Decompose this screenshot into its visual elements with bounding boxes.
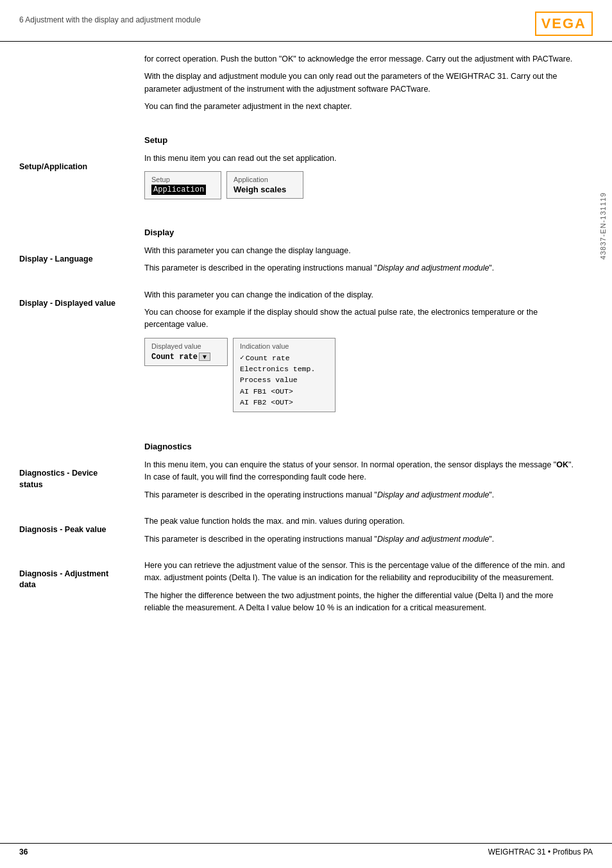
display-language-row: Display - Language With this parameter y… [0, 242, 612, 280]
diagnosis-adj-content: Here you can retrieve the adjustment val… [144, 560, 574, 620]
setup-widget-left-title: Setup [151, 176, 214, 183]
diagnosis-adj-text2: The higher the difference between the tw… [144, 590, 574, 615]
display-displayed-content: With this parameter you can change the i… [144, 289, 574, 422]
page-footer: 36 WEIGHTRAC 31 • Profibus PA [0, 843, 612, 856]
display-displayed-text2: You can choose for example if the displa… [144, 306, 574, 331]
display-heading-row: Display [0, 211, 612, 237]
diagnosis-adj-label-text: Diagnosis - Adjustmentdata [19, 569, 108, 590]
intro-para-1: for correct operation. Push the button "… [144, 53, 574, 65]
diagnosis-peak-italic: Display and adjustment module [377, 535, 489, 544]
setup-application-label: Setup/Application [19, 162, 138, 173]
intro-para-2: With the display and adjustment module y… [144, 71, 574, 96]
ok-bold: OK [556, 460, 568, 469]
display-language-italic: Display and adjustment module [377, 263, 489, 272]
dv-dropdown-arrow[interactable]: ▼ [199, 353, 210, 361]
setup-application-content: In this menu item you can read out the s… [144, 153, 574, 208]
display-language-text2: This parameter is described in the opera… [144, 262, 574, 274]
diagnostics-device-row: Diagnostics - Devicestatus In this menu … [0, 456, 612, 506]
page-container: 6 Adjustment with the display and adjust… [0, 0, 612, 868]
diagnostics-device-text1: In this menu item, you can enquire the s… [144, 459, 574, 484]
footer-product: WEIGHTRAC 31 • Profibus PA [488, 847, 593, 856]
setup-widget-left-item: Application [151, 185, 206, 195]
diagnosis-peak-text2: This parameter is described in the opera… [144, 533, 574, 546]
diagnosis-peak-content: The peak value function holds the max. a… [144, 515, 574, 551]
side-code: 43837-EN-131119 [599, 192, 607, 260]
dv-option-process[interactable]: Process value [240, 374, 328, 385]
diagnosis-peak-label: Diagnosis - Peak value [19, 524, 138, 536]
diagnostics-device-label: Diagnostics - Devicestatus [19, 468, 138, 490]
header-title: 6 Adjustment with the display and adjust… [19, 15, 201, 24]
dv-select-row: Count rate ▼ [151, 353, 221, 362]
diagnostics-device-label-col: Diagnostics - Devicestatus [19, 459, 144, 506]
dv-right-title: Indication value [240, 342, 328, 350]
checkmark-icon: ✓ [240, 353, 244, 363]
dv-right-box: Indication value ✓ Count rate Electronic… [233, 338, 336, 412]
diagnostics-device-content: In this menu item, you can enquire the s… [144, 459, 574, 506]
setup-widget-left: Setup Application [144, 171, 221, 199]
logo-text: VEGA [541, 15, 586, 32]
dv-option-ai-fb1[interactable]: AI FB1 <OUT> [240, 386, 328, 397]
setup-application-label-col: Setup/Application [19, 153, 144, 208]
setup-widget-right-title: Application [234, 176, 296, 183]
display-language-content: With this parameter you can change the d… [144, 245, 574, 280]
setup-widget-right: Application Weigh scales [226, 171, 303, 199]
display-displayed-label-col: Display - Displayed value [19, 289, 144, 422]
diagnosis-adj-text1: Here you can retrieve the adjustment val… [144, 560, 574, 585]
dv-option-electronics[interactable]: Electronics temp. [240, 363, 328, 374]
diagnosis-adj-label: Diagnosis - Adjustmentdata [19, 569, 138, 591]
dv-left-title: Displayed value [151, 342, 221, 350]
setup-heading-row: Setup [0, 119, 612, 145]
diagnostics-heading-row: Diagnostics [0, 425, 612, 451]
display-displayed-row: Display - Displayed value With this para… [0, 283, 612, 422]
diagnosis-peak-label-col: Diagnosis - Peak value [19, 515, 144, 551]
footer-page-number: 36 [19, 847, 28, 856]
diagnostics-device-label-text: Diagnostics - Devicestatus [19, 469, 98, 489]
display-displayed-text1: With this parameter you can change the i… [144, 289, 574, 301]
display-displayed-label: Display - Displayed value [19, 298, 138, 310]
diagnosis-adj-label-col: Diagnosis - Adjustmentdata [19, 560, 144, 620]
diagnostics-device-text2: This parameter is described in the opera… [144, 489, 574, 501]
display-heading: Display [144, 228, 574, 237]
page-header: 6 Adjustment with the display and adjust… [0, 0, 612, 42]
diagnosis-peak-text1: The peak value function holds the max. a… [144, 515, 574, 528]
dv-left-box: Displayed value Count rate ▼ [144, 338, 228, 366]
diagnostics-device-italic: Display and adjustment module [377, 490, 489, 499]
logo: VEGA [535, 12, 593, 36]
diagnosis-peak-row: Diagnosis - Peak value The peak value fu… [0, 509, 612, 551]
dv-select-text: Count rate [151, 353, 198, 362]
intro-section: for correct operation. Push the button "… [0, 46, 612, 113]
displayed-value-widget: Displayed value Count rate ▼ Indication … [144, 338, 574, 412]
setup-widget-right-item: Weigh scales [234, 185, 296, 194]
display-language-label: Display - Language [19, 254, 138, 265]
diagnostics-heading: Diagnostics [144, 442, 574, 451]
dv-option-ai-fb2[interactable]: AI FB2 <OUT> [240, 397, 328, 408]
diagnosis-adj-row: Diagnosis - Adjustmentdata Here you can … [0, 553, 612, 620]
setup-widget-row: Setup Application Application Weigh scal… [144, 171, 574, 199]
intro-para-3: You can find the parameter adjustment in… [144, 101, 574, 113]
dv-option-count-rate[interactable]: ✓ Count rate [240, 353, 328, 363]
dv-option-text-0: Count rate [246, 353, 290, 363]
setup-application-row: Setup/Application In this menu item you … [0, 150, 612, 208]
setup-application-text: In this menu item you can read out the s… [144, 153, 574, 165]
setup-heading: Setup [144, 135, 574, 145]
display-language-label-col: Display - Language [19, 245, 144, 280]
display-language-text1: With this parameter you can change the d… [144, 245, 574, 257]
